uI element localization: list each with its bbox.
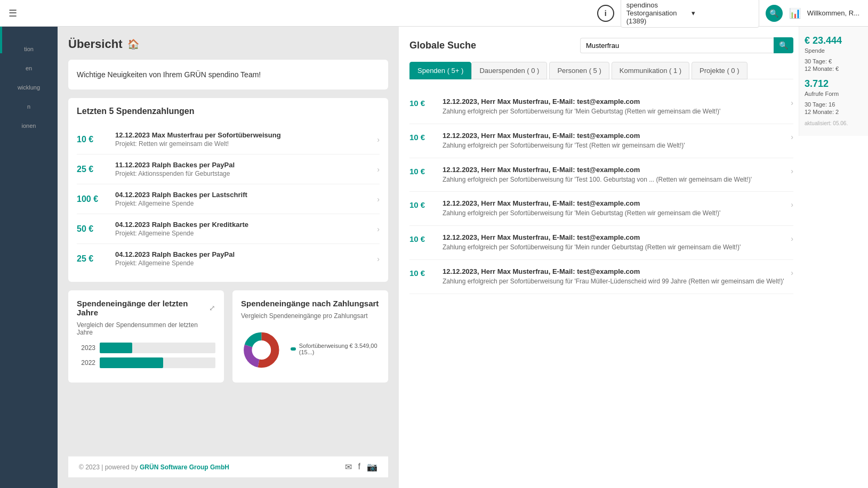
payment-list-item[interactable]: 25 € 04.12.2023 Ralph Backes per PayPal … — [77, 244, 380, 273]
payments-card-title: Letzten 5 Spendenzahlungen — [77, 107, 380, 116]
chart-payment-subtitle: Vergleich Spendeneingänge pro Zahlungsar… — [241, 312, 380, 320]
bar-chart-row: 2023 — [77, 343, 215, 353]
chevron-right-icon: › — [791, 200, 793, 209]
donut-legend: Sofortüberweisung € 3.549,00 (15...) — [291, 343, 380, 357]
search-result-item[interactable]: 10 € 12.12.2023, Herr Max Musterfrau, E-… — [409, 90, 793, 124]
sidebar-label-en: en — [26, 65, 32, 71]
bar-chart: 2023 2022 — [77, 343, 215, 368]
result-details: 12.12.2023, Herr Max Musterfrau, E-Mail:… — [443, 267, 791, 286]
result-details: 12.12.2023, Herr Max Musterfrau, E-Mail:… — [443, 166, 791, 184]
result-details: 12.12.2023, Herr Max Musterfrau, E-Mail:… — [443, 233, 791, 252]
news-card: Wichtige Neuigkeiten von Ihrem GRÜN spen… — [68, 60, 388, 90]
result-title: 12.12.2023, Herr Max Musterfrau, E-Mail:… — [443, 199, 791, 207]
info-icon: i — [605, 9, 607, 18]
search-tabs: Spenden ( 5+ )Dauerspenden ( 0 )Personen… — [409, 62, 793, 79]
payment-item-amount: 25 € — [77, 165, 109, 174]
search-tab[interactable]: Dauerspenden ( 0 ) — [471, 62, 547, 79]
stat-12-months: 12 Monate: € — [805, 66, 863, 72]
stat-views-12: 12 Monate: 2 — [805, 109, 863, 115]
payment-item-details: 04.12.2023 Ralph Backes per Lastschrift … — [115, 191, 377, 207]
chevron-right-icon: › — [791, 234, 793, 243]
chart-icon[interactable]: 📊 — [789, 7, 801, 19]
payment-item-amount: 25 € — [77, 254, 109, 264]
expand-icon[interactable]: ⤢ — [209, 304, 215, 312]
sidebar-label-n: n — [27, 103, 30, 110]
stat-views-label: Aufrufe Form — [805, 91, 863, 97]
sidebar-item-tion[interactable]: tion — [0, 39, 58, 59]
org-name-label: spendinos Testorganisation (1389) — [626, 1, 688, 25]
nav-right: i spendinos Testorganisation (1389) ▾ 🔍 … — [597, 0, 859, 28]
sidebar-item-wicklung[interactable]: wicklung — [0, 78, 58, 97]
payment-list-item[interactable]: 25 € 11.12.2023 Ralph Backes per PayPal … — [77, 154, 380, 184]
legend-item-sofort: Sofortüberweisung € 3.549,00 (15...) — [291, 343, 380, 355]
search-icon: 🔍 — [769, 9, 778, 18]
search-tab[interactable]: Spenden ( 5+ ) — [409, 62, 471, 79]
search-input-wrap: 🔍 — [580, 37, 793, 53]
global-search-icon[interactable]: 🔍 — [766, 5, 783, 22]
home-icon[interactable]: 🏠 — [127, 38, 139, 50]
search-input[interactable] — [580, 38, 774, 53]
welcome-text: Willkommen, R... — [807, 9, 859, 17]
chart-payment-title: Spendeneingänge nach Zahlungsart — [241, 299, 379, 308]
result-subtitle: Zahlung erfolgreich per Sofortüberweisun… — [443, 209, 791, 218]
search-submit-button[interactable]: 🔍 — [774, 37, 793, 53]
result-title: 12.12.2023, Herr Max Musterfrau, E-Mail:… — [443, 97, 791, 105]
result-amount: 10 € — [409, 269, 436, 278]
bar-label: 2022 — [77, 359, 95, 367]
info-button[interactable]: i — [597, 5, 614, 22]
chevron-right-icon: › — [791, 269, 793, 277]
bar-fill — [100, 357, 163, 368]
result-subtitle: Zahlung erfolgreich per Sofortüberweisun… — [443, 175, 791, 184]
payment-list-item[interactable]: 50 € 04.12.2023 Ralph Backes per Kreditk… — [77, 214, 380, 244]
footer-brand: GRÜN Software Group GmbH — [140, 463, 229, 471]
search-result-item[interactable]: 10 € 12.12.2023, Herr Max Musterfrau, E-… — [409, 158, 793, 192]
chevron-right-icon: › — [791, 167, 793, 175]
payment-item-amount: 100 € — [77, 194, 109, 204]
payment-list-item[interactable]: 10 € 12.12.2023 Max Musterfrau per Sofor… — [77, 125, 380, 154]
legend-dot-sofort — [291, 347, 296, 351]
search-tab[interactable]: Personen ( 5 ) — [549, 62, 609, 79]
result-subtitle: Zahlung erfolgreich per Sofortüberweisun… — [443, 277, 791, 286]
result-subtitle: Zahlung erfolgreich per Sofortüberweisun… — [443, 107, 791, 116]
sidebar: tion en wicklung n ionen — [0, 27, 58, 488]
sidebar-item-overview[interactable] — [0, 27, 58, 39]
hamburger-menu-button[interactable]: ☰ — [9, 7, 17, 19]
sidebar-item-en[interactable]: en — [0, 59, 58, 78]
search-result-item[interactable]: 10 € 12.12.2023, Herr Max Musterfrau, E-… — [409, 226, 793, 260]
search-tab[interactable]: Kommunikation ( 1 ) — [612, 62, 689, 79]
stat-amount: € 23.444 — [805, 35, 863, 46]
sidebar-item-n[interactable]: n — [0, 97, 58, 116]
chart-payment-card: Spendeneingänge nach Zahlungsart Verglei… — [232, 290, 388, 383]
result-title: 12.12.2023, Herr Max Musterfrau, E-Mail:… — [443, 233, 791, 241]
result-title: 12.12.2023, Herr Max Musterfrau, E-Mail:… — [443, 166, 791, 174]
payment-item-title: 04.12.2023 Ralph Backes per Kreditkarte — [115, 221, 377, 229]
chart-years-subtitle: Vergleich der Spendensummen der letzten … — [77, 321, 215, 336]
sidebar-item-ionen[interactable]: ionen — [0, 116, 58, 135]
search-result-item[interactable]: 10 € 12.12.2023, Herr Max Musterfrau, E-… — [409, 192, 793, 226]
chevron-right-icon: › — [377, 255, 380, 263]
payment-item-title: 04.12.2023 Ralph Backes per Lastschrift — [115, 191, 377, 199]
chevron-right-icon: › — [377, 225, 380, 233]
email-icon[interactable]: ✉ — [345, 462, 352, 472]
result-amount: 10 € — [409, 133, 436, 142]
payment-item-details: 04.12.2023 Ralph Backes per Kreditkarte … — [115, 221, 377, 237]
payment-item-subtitle: Projekt: Allgemeine Spende — [115, 230, 377, 237]
global-search-header: Globale Suche 🔍 — [409, 37, 793, 53]
facebook-icon[interactable]: f — [358, 462, 360, 472]
search-result-item[interactable]: 10 € 12.12.2023, Herr Max Musterfrau, E-… — [409, 260, 793, 294]
search-result-item[interactable]: 10 € 12.12.2023, Herr Max Musterfrau, E-… — [409, 124, 793, 158]
global-search-title: Globale Suche — [409, 40, 476, 51]
sidebar-active-indicator — [0, 27, 2, 53]
result-details: 12.12.2023, Herr Max Musterfrau, E-Mail:… — [443, 132, 791, 150]
bar-chart-row: 2022 — [77, 357, 215, 368]
instagram-icon[interactable]: 📷 — [367, 462, 377, 472]
payment-list-item[interactable]: 100 € 04.12.2023 Ralph Backes per Lastsc… — [77, 184, 380, 214]
payment-item-subtitle: Projekt: Allgemeine Spende — [115, 200, 377, 207]
stat-updated: aktualisiert: 05.06. — [805, 120, 863, 126]
stat-30-days: 30 Tage: € — [805, 58, 863, 64]
search-tab[interactable]: Projekte ( 0 ) — [692, 62, 747, 79]
footer-social-icons: ✉ f 📷 — [345, 462, 377, 472]
org-selector[interactable]: spendinos Testorganisation (1389) ▾ — [621, 0, 759, 28]
donut-chart-svg — [241, 326, 282, 374]
payment-item-subtitle: Projekt: Aktionsspenden für Geburtstage — [115, 170, 377, 177]
